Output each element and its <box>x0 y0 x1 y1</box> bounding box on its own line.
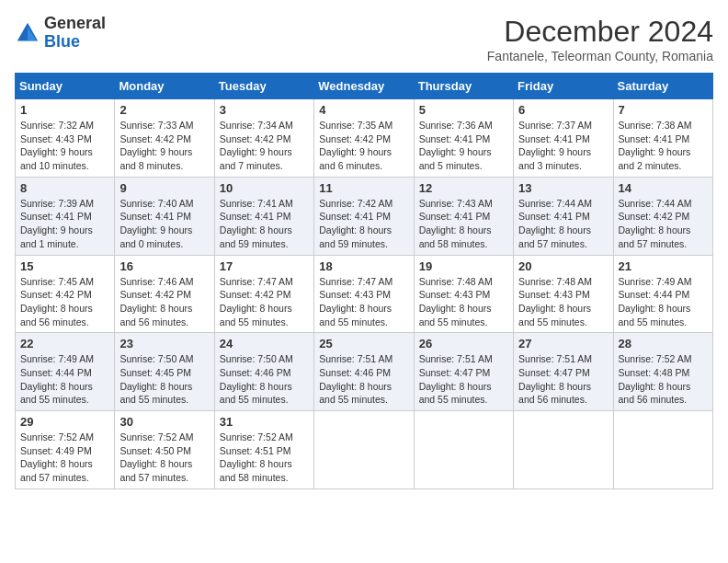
col-thursday: Thursday <box>414 74 513 99</box>
day-number: 6 <box>518 103 608 117</box>
week-row-1: 1 Sunrise: 7:32 AM Sunset: 4:43 PM Dayli… <box>16 99 713 178</box>
col-sunday: Sunday <box>16 74 115 99</box>
day-number: 24 <box>220 337 309 350</box>
table-row: 2 Sunrise: 7:33 AM Sunset: 4:42 PM Dayli… <box>115 99 214 178</box>
day-info: Sunrise: 7:50 AM Sunset: 4:45 PM Dayligh… <box>119 352 209 407</box>
logo-icon <box>15 20 40 46</box>
day-info: Sunrise: 7:35 AM Sunset: 4:42 PM Dayligh… <box>319 119 408 173</box>
day-info: Sunrise: 7:41 AM Sunset: 4:41 PM Dayligh… <box>220 197 309 251</box>
day-info: Sunrise: 7:47 AM Sunset: 4:42 PM Dayligh… <box>220 275 309 329</box>
calendar-table: Sunday Monday Tuesday Wednesday Thursday… <box>15 73 713 489</box>
day-number: 18 <box>319 259 408 273</box>
table-row: 8 Sunrise: 7:39 AM Sunset: 4:41 PM Dayli… <box>16 177 115 255</box>
week-row-5: 29 Sunrise: 7:52 AM Sunset: 4:49 PM Dayl… <box>16 411 713 489</box>
day-info: Sunrise: 7:51 AM Sunset: 4:47 PM Dayligh… <box>518 352 608 407</box>
day-info: Sunrise: 7:32 AM Sunset: 4:43 PM Dayligh… <box>20 119 109 173</box>
day-info: Sunrise: 7:50 AM Sunset: 4:46 PM Dayligh… <box>220 352 309 407</box>
col-tuesday: Tuesday <box>214 74 313 99</box>
table-row: 14 Sunrise: 7:44 AM Sunset: 4:42 PM Dayl… <box>613 177 712 255</box>
day-info: Sunrise: 7:34 AM Sunset: 4:42 PM Dayligh… <box>220 119 309 173</box>
table-row: 30 Sunrise: 7:52 AM Sunset: 4:50 PM Dayl… <box>115 411 214 489</box>
day-number: 12 <box>419 181 508 195</box>
table-row: 19 Sunrise: 7:48 AM Sunset: 4:43 PM Dayl… <box>414 255 513 333</box>
table-row: 23 Sunrise: 7:50 AM Sunset: 4:45 PM Dayl… <box>115 333 214 411</box>
day-number: 28 <box>619 337 708 350</box>
day-info: Sunrise: 7:52 AM Sunset: 4:50 PM Dayligh… <box>119 431 209 485</box>
day-number: 29 <box>20 415 109 429</box>
table-row: 18 Sunrise: 7:47 AM Sunset: 4:43 PM Dayl… <box>314 255 414 333</box>
day-info: Sunrise: 7:46 AM Sunset: 4:42 PM Dayligh… <box>119 275 209 329</box>
table-row: 4 Sunrise: 7:35 AM Sunset: 4:42 PM Dayli… <box>314 99 414 178</box>
col-friday: Friday <box>514 74 613 99</box>
day-number: 2 <box>119 103 209 117</box>
table-row: 22 Sunrise: 7:49 AM Sunset: 4:44 PM Dayl… <box>16 333 115 411</box>
table-row: 28 Sunrise: 7:52 AM Sunset: 4:48 PM Dayl… <box>613 333 712 411</box>
day-number: 27 <box>518 337 608 350</box>
day-number: 10 <box>220 181 309 195</box>
day-info: Sunrise: 7:36 AM Sunset: 4:41 PM Dayligh… <box>419 119 508 173</box>
day-number: 4 <box>319 103 408 117</box>
table-row: 9 Sunrise: 7:40 AM Sunset: 4:41 PM Dayli… <box>115 177 214 255</box>
title-area: December 2024 Fantanele, Teleorman Count… <box>487 15 713 63</box>
day-info: Sunrise: 7:48 AM Sunset: 4:43 PM Dayligh… <box>419 275 508 329</box>
day-info: Sunrise: 7:47 AM Sunset: 4:43 PM Dayligh… <box>319 275 408 329</box>
table-row <box>414 411 513 489</box>
table-row <box>314 411 414 489</box>
day-info: Sunrise: 7:42 AM Sunset: 4:41 PM Dayligh… <box>319 197 408 251</box>
day-info: Sunrise: 7:37 AM Sunset: 4:41 PM Dayligh… <box>518 119 608 173</box>
day-number: 23 <box>119 337 209 350</box>
day-number: 15 <box>20 259 109 273</box>
col-monday: Monday <box>115 74 214 99</box>
logo-general-text: General <box>44 14 106 32</box>
location-title: Fantanele, Teleorman County, Romania <box>487 49 713 63</box>
week-row-2: 8 Sunrise: 7:39 AM Sunset: 4:41 PM Dayli… <box>16 177 713 255</box>
day-number: 31 <box>220 415 309 429</box>
day-number: 13 <box>518 181 608 195</box>
week-row-3: 15 Sunrise: 7:45 AM Sunset: 4:42 PM Dayl… <box>16 255 713 333</box>
table-row: 29 Sunrise: 7:52 AM Sunset: 4:49 PM Dayl… <box>16 411 115 489</box>
day-info: Sunrise: 7:51 AM Sunset: 4:46 PM Dayligh… <box>319 352 408 407</box>
day-info: Sunrise: 7:38 AM Sunset: 4:41 PM Dayligh… <box>619 119 708 173</box>
day-number: 26 <box>419 337 508 350</box>
table-row: 3 Sunrise: 7:34 AM Sunset: 4:42 PM Dayli… <box>214 99 313 178</box>
table-row: 15 Sunrise: 7:45 AM Sunset: 4:42 PM Dayl… <box>16 255 115 333</box>
table-row: 10 Sunrise: 7:41 AM Sunset: 4:41 PM Dayl… <box>214 177 313 255</box>
week-row-4: 22 Sunrise: 7:49 AM Sunset: 4:44 PM Dayl… <box>16 333 713 411</box>
day-number: 14 <box>619 181 708 195</box>
day-info: Sunrise: 7:43 AM Sunset: 4:41 PM Dayligh… <box>419 197 508 251</box>
logo-blue-text: Blue <box>44 32 80 51</box>
day-info: Sunrise: 7:49 AM Sunset: 4:44 PM Dayligh… <box>20 352 109 407</box>
day-number: 1 <box>20 103 109 117</box>
day-info: Sunrise: 7:33 AM Sunset: 4:42 PM Dayligh… <box>119 119 209 173</box>
day-info: Sunrise: 7:39 AM Sunset: 4:41 PM Dayligh… <box>20 197 109 251</box>
day-number: 20 <box>518 259 608 273</box>
day-info: Sunrise: 7:40 AM Sunset: 4:41 PM Dayligh… <box>119 197 209 251</box>
day-number: 25 <box>319 337 408 350</box>
day-info: Sunrise: 7:52 AM Sunset: 4:48 PM Dayligh… <box>619 352 708 407</box>
day-info: Sunrise: 7:52 AM Sunset: 4:51 PM Dayligh… <box>220 431 309 485</box>
table-row: 31 Sunrise: 7:52 AM Sunset: 4:51 PM Dayl… <box>214 411 313 489</box>
day-number: 11 <box>319 181 408 195</box>
day-number: 16 <box>119 259 209 273</box>
day-number: 8 <box>20 181 109 195</box>
table-row: 12 Sunrise: 7:43 AM Sunset: 4:41 PM Dayl… <box>414 177 513 255</box>
column-headers: Sunday Monday Tuesday Wednesday Thursday… <box>16 74 713 99</box>
day-number: 30 <box>119 415 209 429</box>
table-row: 24 Sunrise: 7:50 AM Sunset: 4:46 PM Dayl… <box>214 333 313 411</box>
day-number: 17 <box>220 259 309 273</box>
table-row: 6 Sunrise: 7:37 AM Sunset: 4:41 PM Dayli… <box>514 99 613 178</box>
day-info: Sunrise: 7:51 AM Sunset: 4:47 PM Dayligh… <box>419 352 508 407</box>
table-row <box>514 411 613 489</box>
table-row: 7 Sunrise: 7:38 AM Sunset: 4:41 PM Dayli… <box>613 99 712 178</box>
day-number: 19 <box>419 259 508 273</box>
day-info: Sunrise: 7:44 AM Sunset: 4:41 PM Dayligh… <box>518 197 608 251</box>
table-row: 17 Sunrise: 7:47 AM Sunset: 4:42 PM Dayl… <box>214 255 313 333</box>
table-row: 20 Sunrise: 7:48 AM Sunset: 4:43 PM Dayl… <box>514 255 613 333</box>
day-info: Sunrise: 7:45 AM Sunset: 4:42 PM Dayligh… <box>20 275 109 329</box>
day-number: 3 <box>220 103 309 117</box>
day-number: 7 <box>619 103 708 117</box>
table-row <box>613 411 712 489</box>
day-info: Sunrise: 7:49 AM Sunset: 4:44 PM Dayligh… <box>619 275 708 329</box>
table-row: 11 Sunrise: 7:42 AM Sunset: 4:41 PM Dayl… <box>314 177 414 255</box>
table-row: 1 Sunrise: 7:32 AM Sunset: 4:43 PM Dayli… <box>16 99 115 178</box>
